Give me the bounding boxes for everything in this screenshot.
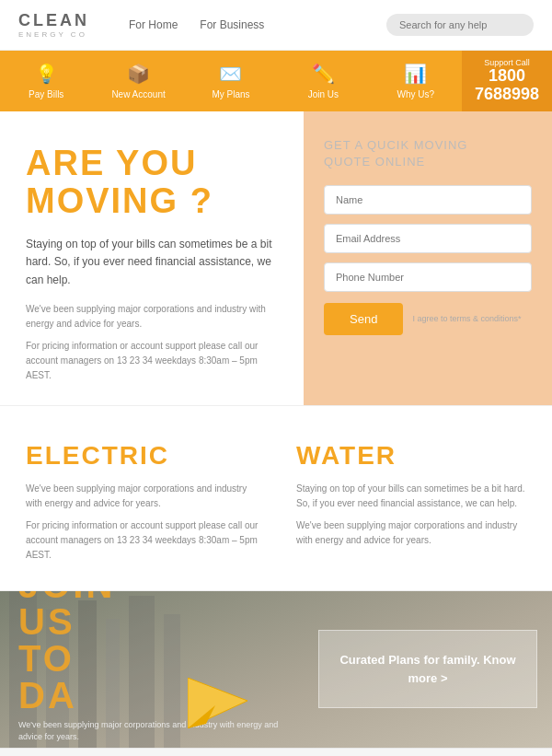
- why-us-label: Why Us?: [397, 89, 434, 99]
- hero-description: Staying on top of your bills can sometim…: [26, 236, 282, 289]
- search-input[interactable]: [386, 14, 534, 36]
- join-right: Curated Plans for family. Know more >: [304, 615, 552, 723]
- curated-box[interactable]: Curated Plans for family. Know more >: [318, 630, 537, 708]
- main-nav: For Home For Business: [101, 18, 264, 31]
- my-plans-label: My Plans: [212, 89, 249, 99]
- logo-sub: ENERGY CO: [18, 30, 101, 39]
- logo-main: CLEAN: [18, 11, 101, 30]
- electric-service: ELECTRIC We've been supplying major corp…: [0, 432, 282, 572]
- join-us-label: Join Us: [308, 89, 339, 99]
- support-number: 1800: [489, 67, 525, 86]
- hero-body2: For pricing information or account suppo…: [26, 339, 282, 383]
- header: CLEAN ENERGY CO For Home For Business: [0, 0, 552, 51]
- name-field[interactable]: [324, 185, 532, 215]
- pay-bills-icon: 💡: [35, 63, 58, 85]
- hero-left: ARE YOU MOVING ? Staying on top of your …: [0, 111, 304, 405]
- water-title: WATER: [296, 441, 530, 471]
- join-text-area: JOIN US TO DA We've been supplying major…: [0, 591, 304, 748]
- support-number2: 7688998: [475, 86, 539, 104]
- join-section: JOIN US TO DA We've been supplying major…: [0, 591, 552, 748]
- quote-title: GET A QUCIK MOVING QUOTE ONLINE: [324, 137, 532, 170]
- nav-for-business[interactable]: For Business: [200, 18, 264, 31]
- join-title: JOIN US TO DA: [18, 591, 289, 714]
- hero-section: ARE YOU MOVING ? Staying on top of your …: [0, 111, 552, 406]
- hero-right: GET A QUCIK MOVING QUOTE ONLINE Send I a…: [304, 111, 552, 405]
- new-account-icon: 📦: [127, 63, 150, 85]
- svg-marker-6: [188, 678, 247, 728]
- electric-title: ELECTRIC: [26, 441, 259, 471]
- phone-field[interactable]: [324, 262, 532, 292]
- curated-text: Curated Plans for family. Know more >: [339, 653, 515, 685]
- nav-bar: 💡 Pay Bills 📦 New Account ✉️ My Plans ✏️…: [0, 51, 552, 111]
- pay-bills-label: Pay Bills: [29, 89, 63, 99]
- water-body2: We've been supplying major corporations …: [296, 518, 530, 548]
- water-service: WATER Staying on top of your bills can s…: [282, 432, 552, 572]
- nav-for-home[interactable]: For Home: [129, 18, 178, 31]
- hero-title: ARE YOU MOVING ?: [26, 145, 282, 222]
- electric-body1: We've been supplying major corporations …: [26, 482, 259, 511]
- why-us-icon: 📊: [404, 63, 427, 85]
- terms-text: I agree to terms & conditions*: [412, 313, 521, 325]
- nav-item-new-account[interactable]: 📦 New Account: [92, 51, 184, 111]
- logo: CLEAN ENERGY CO: [18, 11, 101, 39]
- join-us-icon: ✏️: [312, 63, 335, 85]
- my-plans-icon: ✉️: [219, 63, 242, 85]
- water-body1: Staying on top of your bills can sometim…: [296, 482, 530, 511]
- footer: All Rights Reserved 2017 - Copyright by …: [0, 748, 552, 756]
- nav-item-pay-bills[interactable]: 💡 Pay Bills: [0, 51, 92, 111]
- nav-item-my-plans[interactable]: ✉️ My Plans: [185, 51, 277, 111]
- new-account-label: New Account: [111, 89, 165, 99]
- join-content: JOIN US TO DA We've been supplying major…: [0, 591, 552, 748]
- send-button[interactable]: Send: [324, 303, 403, 335]
- nav-item-join-us[interactable]: ✏️ Join Us: [277, 51, 369, 111]
- email-field[interactable]: [324, 224, 532, 253]
- electric-body2: For pricing information or account suppo…: [26, 518, 259, 563]
- join-body1: We've been supplying major corporations …: [18, 719, 289, 744]
- support-block: Support Call 1800 7688998: [462, 51, 552, 111]
- hero-body1: We've been supplying major corporations …: [26, 302, 282, 331]
- nav-item-why-us[interactable]: 📊 Why Us?: [370, 51, 462, 111]
- paper-airplane: [188, 678, 247, 731]
- services-section: ELECTRIC We've been supplying major corp…: [0, 406, 552, 591]
